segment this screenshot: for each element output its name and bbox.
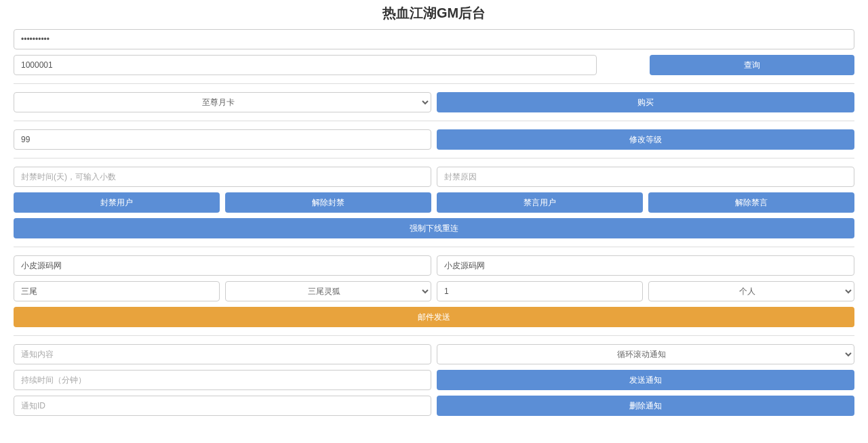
divider (14, 335, 854, 336)
notice-type-select[interactable]: 循环滚动通知 (437, 344, 854, 364)
level-input[interactable] (14, 129, 431, 150)
query-button[interactable]: 查询 (650, 55, 854, 75)
force-relogin-button[interactable]: 强制下线重连 (14, 218, 854, 238)
password-input[interactable] (14, 29, 854, 49)
modify-level-button[interactable]: 修改等级 (437, 129, 854, 150)
delete-notice-button[interactable]: 删除通知 (437, 396, 854, 416)
gm-admin-panel: 热血江湖GM后台 查询 至尊月卡 (0, 0, 868, 429)
divider (14, 247, 854, 247)
notice-content-input[interactable] (14, 344, 431, 364)
notice-id-input[interactable] (14, 396, 431, 416)
send-mail-button[interactable]: 邮件发送 (14, 307, 854, 327)
unmute-button[interactable]: 解除禁言 (648, 192, 854, 213)
mail-target-select[interactable]: 个人 (648, 281, 854, 301)
buy-button[interactable]: 购买 (437, 92, 854, 112)
mail-sender-input[interactable] (14, 255, 431, 276)
divider (14, 158, 854, 159)
mail-sender-right-input[interactable] (437, 255, 854, 276)
mail-item-select[interactable]: 三尾灵狐 (225, 281, 431, 301)
ban-time-input[interactable] (14, 167, 431, 187)
notice-duration-input[interactable] (14, 370, 431, 390)
mute-user-button[interactable]: 禁言用户 (437, 192, 643, 213)
divider (14, 83, 854, 84)
unban-button[interactable]: 解除封禁 (225, 192, 431, 213)
send-notice-button[interactable]: 发送通知 (437, 370, 854, 390)
divider (14, 121, 854, 121)
buy-item-select[interactable]: 至尊月卡 (14, 92, 431, 112)
ban-reason-input[interactable] (437, 167, 854, 187)
mail-item-search-input[interactable] (14, 281, 220, 301)
ban-user-button[interactable]: 封禁用户 (14, 192, 220, 213)
mail-quantity-input[interactable] (437, 281, 643, 301)
page-title: 热血江湖GM后台 (14, 0, 854, 29)
user-id-input[interactable] (14, 55, 597, 75)
